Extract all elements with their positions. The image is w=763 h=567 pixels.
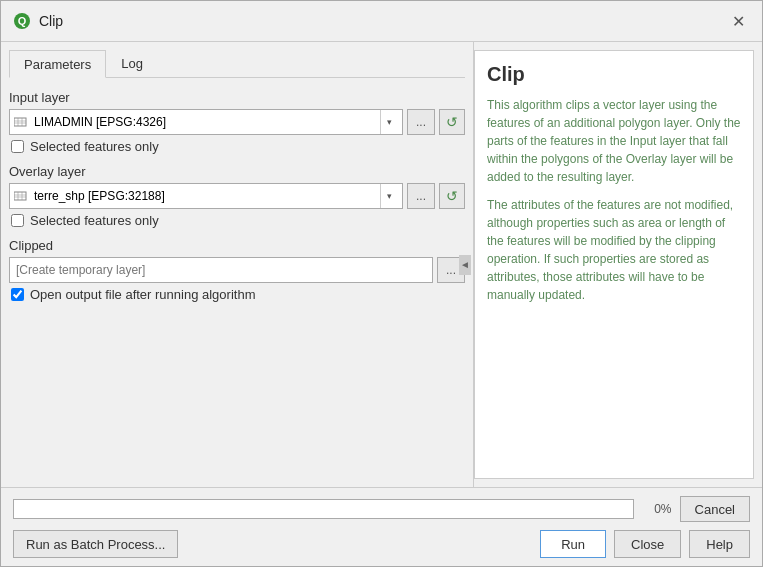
input-layer-browse-button[interactable]: ... xyxy=(407,109,435,135)
svg-rect-2 xyxy=(14,118,26,126)
close-dialog-button[interactable]: Close xyxy=(614,530,681,558)
svg-rect-7 xyxy=(14,192,26,200)
window-close-button[interactable]: ✕ xyxy=(726,9,750,33)
batch-process-button[interactable]: Run as Batch Process... xyxy=(13,530,178,558)
overlay-layer-selected-label: Selected features only xyxy=(30,213,159,228)
tab-parameters[interactable]: Parameters xyxy=(9,50,106,78)
title-bar-left: Q Clip xyxy=(13,12,63,30)
clip-dialog: Q Clip ✕ ◄ Parameters Log Input layer xyxy=(0,0,763,567)
output-row: ... xyxy=(9,257,465,283)
cancel-button[interactable]: Cancel xyxy=(680,496,750,522)
help-panel: Clip This algorithm clips a vector layer… xyxy=(474,50,754,479)
window-title: Clip xyxy=(39,13,63,29)
input-layer-value: LIMADMIN [EPSG:4326] xyxy=(34,115,166,129)
progress-row: 0% Cancel xyxy=(13,496,750,522)
input-layer-label: Input layer xyxy=(9,90,465,105)
collapse-panel-button[interactable]: ◄ xyxy=(459,255,471,275)
progress-bar-container xyxy=(13,499,634,519)
overlay-layer-label: Overlay layer xyxy=(9,164,465,179)
left-panel: Parameters Log Input layer LIMA xyxy=(1,42,474,487)
help-paragraph-1: This algorithm clips a vector layer usin… xyxy=(487,96,741,186)
overlay-layer-row: terre_shp [EPSG:32188] ▾ ... ↺ xyxy=(9,183,465,209)
output-label: Clipped xyxy=(9,238,465,253)
overlay-layer-combo[interactable]: terre_shp [EPSG:32188] ▾ xyxy=(9,183,403,209)
help-title: Clip xyxy=(487,63,741,86)
input-layer-row: LIMADMIN [EPSG:4326] ▾ ... ↺ xyxy=(9,109,465,135)
buttons-row: Run as Batch Process... Run Close Help xyxy=(13,530,750,558)
overlay-layer-refresh-button[interactable]: ↺ xyxy=(439,183,465,209)
help-paragraph-2: The attributes of the features are not m… xyxy=(487,196,741,304)
open-output-checkbox[interactable] xyxy=(11,288,24,301)
input-layer-refresh-button[interactable]: ↺ xyxy=(439,109,465,135)
run-button[interactable]: Run xyxy=(540,530,606,558)
overlay-layer-value: terre_shp [EPSG:32188] xyxy=(34,189,165,203)
input-layer-selected-only-row: Selected features only xyxy=(9,139,465,154)
dialog-body-container: ◄ Parameters Log Input layer xyxy=(1,42,762,487)
qgis-icon: Q xyxy=(13,12,31,30)
bottom-bar: 0% Cancel Run as Batch Process... Run Cl… xyxy=(1,487,762,566)
title-bar: Q Clip ✕ xyxy=(1,1,762,42)
svg-text:Q: Q xyxy=(18,15,27,27)
tab-log[interactable]: Log xyxy=(106,50,158,77)
input-layer-selected-checkbox[interactable] xyxy=(11,140,24,153)
overlay-layer-icon xyxy=(14,190,28,202)
output-input[interactable] xyxy=(9,257,433,283)
progress-label: 0% xyxy=(642,502,672,516)
input-layer-icon xyxy=(14,116,28,128)
overlay-layer-selected-only-row: Selected features only xyxy=(9,213,465,228)
tab-bar: Parameters Log xyxy=(9,50,465,78)
overlay-layer-browse-button[interactable]: ... xyxy=(407,183,435,209)
input-layer-selected-label: Selected features only xyxy=(30,139,159,154)
main-buttons: Run Close Help xyxy=(540,530,750,558)
overlay-layer-selected-checkbox[interactable] xyxy=(11,214,24,227)
open-output-row: Open output file after running algorithm xyxy=(9,287,465,302)
open-output-label: Open output file after running algorithm xyxy=(30,287,255,302)
input-layer-combo[interactable]: LIMADMIN [EPSG:4326] ▾ xyxy=(9,109,403,135)
help-button[interactable]: Help xyxy=(689,530,750,558)
